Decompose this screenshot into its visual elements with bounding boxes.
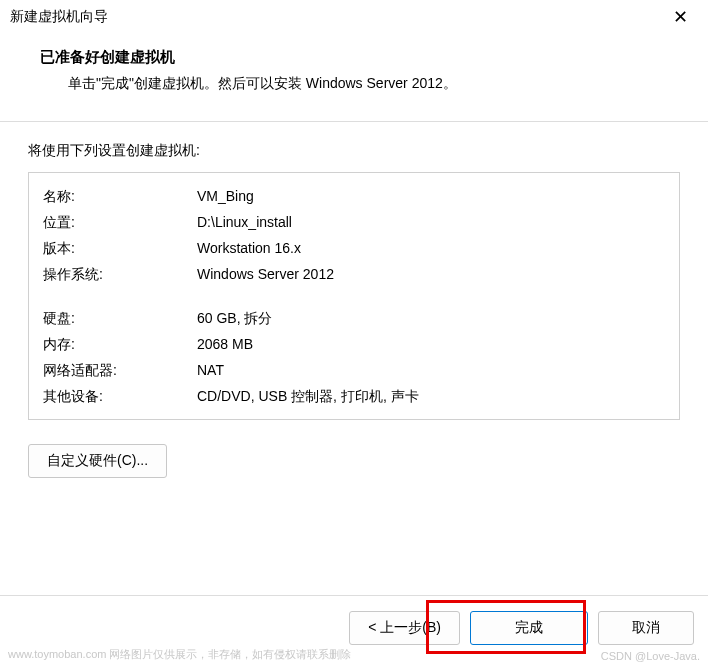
header-subtitle: 单击"完成"创建虚拟机。然后可以安装 Windows Server 2012。 <box>40 75 680 93</box>
spec-value: Windows Server 2012 <box>197 261 665 287</box>
back-button[interactable]: < 上一步(B) <box>349 611 460 645</box>
cancel-button[interactable]: 取消 <box>598 611 694 645</box>
header-title: 已准备好创建虚拟机 <box>40 48 680 67</box>
spec-row-memory: 内存: 2068 MB <box>43 331 665 357</box>
spec-row-other: 其他设备: CD/DVD, USB 控制器, 打印机, 声卡 <box>43 383 665 409</box>
wizard-button-bar: < 上一步(B) 完成 取消 <box>349 597 694 645</box>
spec-listbox[interactable]: 名称: VM_Bing 位置: D:\Linux_install 版本: Wor… <box>28 172 680 420</box>
spec-value: VM_Bing <box>197 183 665 209</box>
spec-value: NAT <box>197 357 665 383</box>
spec-value: D:\Linux_install <box>197 209 665 235</box>
wizard-header: 已准备好创建虚拟机 单击"完成"创建虚拟机。然后可以安装 Windows Ser… <box>0 34 708 103</box>
spec-value: CD/DVD, USB 控制器, 打印机, 声卡 <box>197 383 665 409</box>
spec-row-location: 位置: D:\Linux_install <box>43 209 665 235</box>
spec-label: 硬盘: <box>43 305 197 331</box>
spec-label: 位置: <box>43 209 197 235</box>
spec-row-disk: 硬盘: 60 GB, 拆分 <box>43 305 665 331</box>
intro-text: 将使用下列设置创建虚拟机: <box>28 142 680 160</box>
spec-row-name: 名称: VM_Bing <box>43 183 665 209</box>
footer-divider <box>0 595 708 596</box>
spec-value: 2068 MB <box>197 331 665 357</box>
customize-hardware-button[interactable]: 自定义硬件(C)... <box>28 444 167 478</box>
spec-label: 操作系统: <box>43 261 197 287</box>
watermark-right: CSDN @Love-Java. <box>601 650 700 662</box>
spec-label: 版本: <box>43 235 197 261</box>
close-icon[interactable]: ✕ <box>665 8 696 26</box>
spec-label: 名称: <box>43 183 197 209</box>
spec-row-os: 操作系统: Windows Server 2012 <box>43 261 665 287</box>
spec-label: 其他设备: <box>43 383 197 409</box>
spec-value: Workstation 16.x <box>197 235 665 261</box>
spec-label: 内存: <box>43 331 197 357</box>
watermark-left: www.toymoban.com 网络图片仅供展示，非存储，如有侵权请联系删除 <box>8 647 351 662</box>
spec-row-network: 网络适配器: NAT <box>43 357 665 383</box>
spec-value: 60 GB, 拆分 <box>197 305 665 331</box>
window-title: 新建虚拟机向导 <box>10 8 108 26</box>
spec-row-version: 版本: Workstation 16.x <box>43 235 665 261</box>
finish-button[interactable]: 完成 <box>470 611 588 645</box>
titlebar: 新建虚拟机向导 ✕ <box>0 0 708 34</box>
spec-label: 网络适配器: <box>43 357 197 383</box>
content-area: 将使用下列设置创建虚拟机: 名称: VM_Bing 位置: D:\Linux_i… <box>0 122 708 488</box>
